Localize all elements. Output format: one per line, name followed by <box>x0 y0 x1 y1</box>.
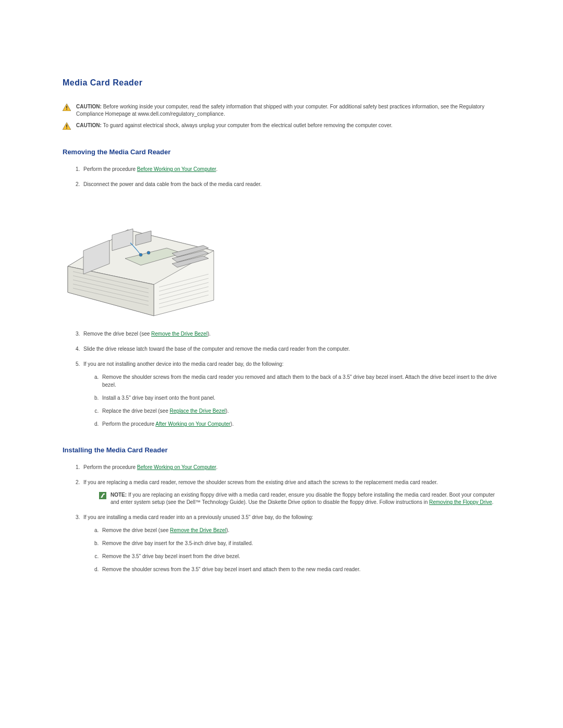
note-label: NOTE: <box>111 492 127 498</box>
step-text: If you are replacing a media card reader… <box>83 479 438 485</box>
caution-box-1: CAUTION: Before working inside your comp… <box>63 103 500 118</box>
caution-label: CAUTION: <box>76 104 102 109</box>
svg-rect-2 <box>66 109 67 110</box>
caution-text-1: CAUTION: Before working inside your comp… <box>76 103 500 118</box>
step-text: ). <box>230 421 234 427</box>
step-text: ). <box>207 331 211 337</box>
caution-label: CAUTION: <box>76 122 102 128</box>
computer-diagram <box>63 199 500 319</box>
step-text: Remove the drive bezel (see <box>102 527 170 533</box>
step-3-sub: Remove the drive bezel (see Remove the D… <box>83 526 500 573</box>
note-box: NOTE: If you are replacing an existing f… <box>99 491 500 506</box>
link-remove-bezel[interactable]: Remove the Drive Bezel <box>170 527 226 533</box>
step-text: If you are installing a media card reade… <box>83 514 313 520</box>
step-text: Replace the drive bezel (see <box>102 408 170 414</box>
page-title: Media Card Reader <box>63 78 500 88</box>
caution-body: Before working inside your computer, rea… <box>76 104 484 117</box>
step-text: ). <box>226 408 229 414</box>
removing-steps-cont: Remove the drive bezel (see Remove the D… <box>63 330 500 428</box>
step-5a: Remove the shoulder screws from the medi… <box>100 373 500 389</box>
step-3a: Remove the drive bezel (see Remove the D… <box>100 526 500 534</box>
link-remove-bezel[interactable]: Remove the Drive Bezel <box>151 331 207 337</box>
installing-steps: Perform the procedure Before Working on … <box>63 463 500 573</box>
step-1: Perform the procedure Before Working on … <box>81 463 500 471</box>
note-text: NOTE: If you are replacing an existing f… <box>111 491 500 506</box>
caution-icon <box>63 122 71 130</box>
step-5d: Perform the procedure After Working on Y… <box>100 420 500 428</box>
step-text: . <box>216 166 217 172</box>
step-5: If you are not installing another device… <box>81 360 500 428</box>
section-installing: Installing the Media Card Reader <box>63 446 500 454</box>
note-body: . <box>492 499 494 505</box>
step-3: Remove the drive bezel (see Remove the D… <box>81 330 500 338</box>
link-before-working[interactable]: Before Working on Your Computer <box>137 166 216 172</box>
step-2: If you are replacing a media card reader… <box>81 478 500 506</box>
step-3d: Remove the shoulder screws from the 3.5"… <box>100 565 500 573</box>
step-3b: Remove the drive bay insert for the 3.5-… <box>100 539 500 547</box>
svg-rect-5 <box>66 128 67 129</box>
step-5c: Replace the drive bezel (see Replace the… <box>100 407 500 415</box>
step-text: If you are not installing another device… <box>83 361 284 367</box>
step-3c: Remove the 3.5" drive bay bezel insert f… <box>100 552 500 560</box>
link-before-working[interactable]: Before Working on Your Computer <box>137 464 216 470</box>
caution-text-2: CAUTION: To guard against electrical sho… <box>76 122 393 129</box>
step-5-sub: Remove the shoulder screws from the medi… <box>83 373 500 428</box>
step-text: ). <box>226 527 229 533</box>
step-4: Slide the drive release latch toward the… <box>81 345 500 353</box>
svg-rect-1 <box>66 106 67 108</box>
step-5b: Install a 3.5" drive bay insert onto the… <box>100 394 500 402</box>
svg-rect-4 <box>66 125 67 127</box>
step-text: Perform the procedure <box>83 166 137 172</box>
step-text: Remove the drive bezel (see <box>83 331 151 337</box>
svg-point-21 <box>147 251 150 254</box>
note-icon <box>99 492 106 499</box>
step-text: Perform the procedure <box>83 464 137 470</box>
link-after-working[interactable]: After Working on Your Computer <box>155 421 230 427</box>
step-2: Disconnect the power and data cable from… <box>81 180 500 188</box>
section-removing: Removing the Media Card Reader <box>63 148 500 156</box>
link-replace-bezel[interactable]: Replace the Drive Bezel <box>170 408 226 414</box>
caution-body: To guard against electrical shock, alway… <box>102 122 393 128</box>
link-removing-floppy[interactable]: Removing the Floppy Drive <box>429 499 492 505</box>
step-text: . <box>216 464 217 470</box>
caution-icon <box>63 104 71 111</box>
removing-steps: Perform the procedure Before Working on … <box>63 165 500 188</box>
caution-box-2: CAUTION: To guard against electrical sho… <box>63 122 500 130</box>
step-1: Perform the procedure Before Working on … <box>81 165 500 173</box>
step-3: If you are installing a media card reade… <box>81 513 500 573</box>
step-text: Perform the procedure <box>102 421 155 427</box>
document-page: Media Card Reader CAUTION: Before workin… <box>0 0 563 633</box>
